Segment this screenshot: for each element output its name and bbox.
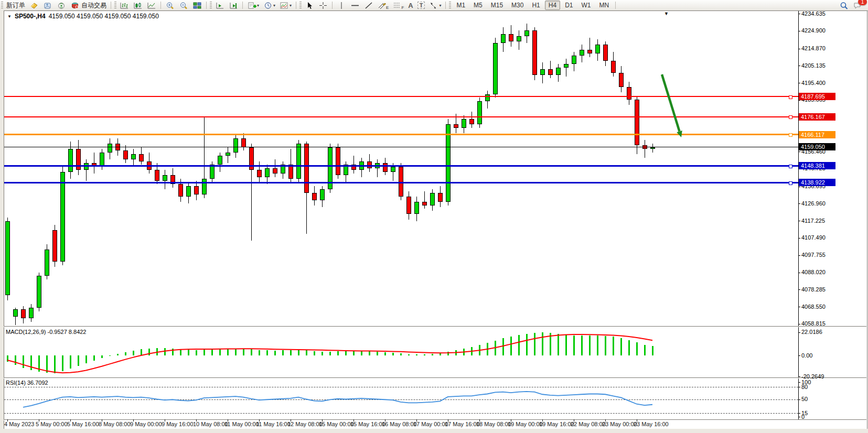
hline-handle[interactable] bbox=[789, 133, 792, 137]
chart-window bbox=[4, 10, 867, 430]
macd-histogram-bar bbox=[337, 351, 339, 355]
price-hline-4187.695[interactable] bbox=[4, 96, 798, 97]
time-axis-tick bbox=[637, 419, 637, 421]
auto-scroll-icon[interactable] bbox=[227, 1, 240, 10]
candle bbox=[556, 68, 561, 74]
new-order-button[interactable]: 新订单 bbox=[5, 1, 27, 10]
zoom-out-icon[interactable] bbox=[177, 1, 190, 10]
notifications-button[interactable]: 1 bbox=[851, 1, 864, 10]
macd-histogram-bar bbox=[329, 352, 331, 355]
hline-handle[interactable] bbox=[789, 181, 792, 185]
price-tick-label: 4224.900 bbox=[801, 27, 826, 34]
hline-handle[interactable] bbox=[789, 165, 792, 168]
candle bbox=[517, 36, 521, 41]
candle bbox=[595, 45, 600, 53]
price-hline-4148.381[interactable] bbox=[4, 165, 798, 167]
macd-scale-tick bbox=[798, 332, 800, 333]
tab-timeframe-m15[interactable]: M15 bbox=[487, 1, 507, 10]
rsi-scale-tick bbox=[798, 417, 800, 417]
time-axis-label: 23 May 16:00 bbox=[634, 421, 669, 427]
vertical-line-tool-icon[interactable] bbox=[335, 1, 348, 10]
candle bbox=[5, 221, 10, 295]
tab-timeframe-m5[interactable]: M5 bbox=[470, 1, 486, 10]
tile-windows-icon[interactable] bbox=[191, 1, 203, 10]
time-axis-label: 18 May 08:00 bbox=[476, 421, 511, 427]
bar-chart-mode-icon[interactable] bbox=[118, 1, 131, 10]
macd-histogram-bar bbox=[322, 352, 323, 355]
add-indicator-caret-icon[interactable]: ▾ bbox=[257, 3, 259, 8]
zoom-in-icon[interactable] bbox=[164, 1, 176, 10]
candle bbox=[627, 87, 631, 100]
cursor-tool-icon[interactable] bbox=[303, 1, 316, 10]
candle bbox=[178, 184, 183, 197]
new-order-label: 新订单 bbox=[6, 1, 25, 10]
candle bbox=[320, 189, 325, 200]
macd-histogram-bar bbox=[447, 352, 449, 355]
price-tick-label: 4058.815 bbox=[801, 320, 826, 327]
crosshair-tool-icon[interactable] bbox=[317, 1, 329, 10]
trendline-tool-icon[interactable] bbox=[362, 1, 375, 10]
chart-shift-icon[interactable] bbox=[213, 1, 226, 10]
price-hline-4166.117[interactable] bbox=[4, 134, 798, 135]
macd-histogram-bar bbox=[259, 350, 260, 355]
search-icon[interactable] bbox=[838, 1, 850, 10]
time-axis-label: 19 May 00:00 bbox=[508, 421, 543, 427]
candle-wick bbox=[566, 59, 566, 77]
tab-timeframe-w1[interactable]: W1 bbox=[577, 1, 594, 10]
signal-icon[interactable] bbox=[55, 1, 68, 10]
macd-histogram-bar bbox=[7, 355, 8, 362]
chart-template-caret-icon[interactable]: ▾ bbox=[290, 3, 292, 8]
tab-timeframe-h4[interactable]: H4 bbox=[545, 1, 560, 10]
time-axis-label: 5 May 16:00 bbox=[67, 421, 99, 427]
horizontal-line-tool-icon[interactable] bbox=[349, 1, 361, 10]
symbol-timeframe-label: SP500-,H4 bbox=[15, 13, 46, 20]
price-hline-4159.05[interactable] bbox=[4, 147, 798, 147]
candle bbox=[163, 175, 167, 180]
candle bbox=[60, 172, 65, 262]
tab-timeframe-mn[interactable]: MN bbox=[595, 1, 613, 10]
order-book-icon[interactable] bbox=[28, 1, 40, 10]
tab-timeframe-d1[interactable]: D1 bbox=[561, 1, 576, 10]
equidistant-channel-tool-icon[interactable]: E bbox=[376, 1, 390, 10]
market-watch-icon[interactable] bbox=[41, 1, 54, 10]
macd-histogram-bar bbox=[542, 332, 543, 355]
hline-handle[interactable] bbox=[789, 115, 792, 119]
hline-handle[interactable] bbox=[789, 95, 792, 99]
period-clock-button[interactable]: ▾ bbox=[262, 1, 277, 10]
price-hline-4176.167[interactable] bbox=[4, 116, 798, 117]
time-axis-tick bbox=[385, 419, 385, 421]
chart-template-button[interactable]: ▾ bbox=[278, 1, 293, 10]
time-axis-label: 9 May 16:00 bbox=[162, 421, 194, 427]
price-tick-label: 4088.020 bbox=[801, 269, 826, 275]
arrows-tool-icon[interactable]: ▾ bbox=[427, 1, 443, 10]
text-label-tool-icon[interactable]: T bbox=[416, 1, 427, 10]
tab-timeframe-m30[interactable]: M30 bbox=[508, 1, 527, 10]
candlestick-mode-icon[interactable] bbox=[132, 1, 144, 10]
macd-histogram-bar bbox=[416, 354, 417, 355]
chart-shift-marker-icon[interactable]: ▼ bbox=[664, 11, 669, 16]
line-chart-mode-icon[interactable] bbox=[145, 1, 158, 10]
price-tick-label: 4117.225 bbox=[801, 218, 825, 224]
candle bbox=[13, 309, 18, 316]
candle bbox=[273, 168, 277, 174]
macd-histogram-bar bbox=[550, 333, 551, 355]
chevron-down-icon[interactable]: ▼ bbox=[7, 14, 12, 19]
add-indicator-button[interactable]: ▾ bbox=[245, 1, 261, 10]
tab-timeframe-m1[interactable]: M1 bbox=[453, 1, 469, 10]
fibonacci-tool-icon[interactable]: F bbox=[391, 1, 405, 10]
tab-timeframe-h1[interactable]: H1 bbox=[528, 1, 543, 10]
macd-histogram-bar bbox=[613, 337, 614, 355]
rsi-scale-tick bbox=[798, 382, 800, 383]
price-hline-4138.922[interactable] bbox=[4, 182, 798, 183]
candle bbox=[540, 69, 545, 74]
period-clock-caret-icon[interactable]: ▾ bbox=[273, 3, 275, 8]
price-tick bbox=[798, 49, 800, 49]
candle bbox=[76, 149, 81, 170]
arrows-caret-icon[interactable]: ▾ bbox=[439, 3, 441, 8]
text-tool-icon[interactable]: A bbox=[406, 1, 414, 10]
candle bbox=[218, 156, 222, 165]
price-tick bbox=[798, 203, 800, 204]
time-axis-tick bbox=[39, 419, 39, 421]
toolbar-drag-handle[interactable] bbox=[1, 2, 3, 9]
auto-trading-button[interactable]: 自动交易 bbox=[69, 1, 108, 10]
